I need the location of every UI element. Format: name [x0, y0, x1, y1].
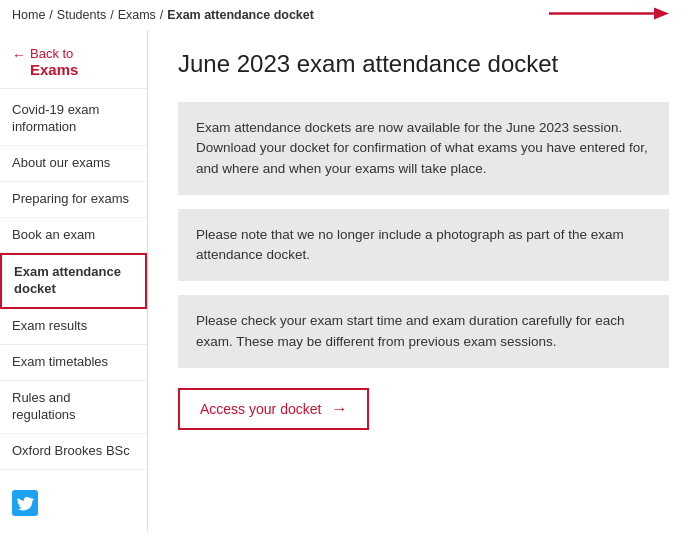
back-arrow-icon: ← [12, 46, 26, 64]
back-exams-label: Exams [30, 61, 78, 78]
breadcrumb: Home / Students / Exams / Exam attendanc… [0, 0, 699, 30]
sidebar-item-brookes[interactable]: Oxford Brookes BSc [0, 434, 147, 470]
access-docket-button[interactable]: Access your docket → [178, 388, 369, 430]
access-button-label: Access your docket [200, 401, 321, 417]
sidebar: ← Back to Exams Covid-19 exam informatio… [0, 30, 148, 531]
breadcrumb-current: Exam attendance docket [167, 8, 314, 22]
sidebar-item-book[interactable]: Book an exam [0, 218, 147, 254]
breadcrumb-sep1: / [49, 8, 52, 22]
breadcrumb-exams[interactable]: Exams [118, 8, 156, 22]
breadcrumb-sep3: / [160, 8, 163, 22]
back-text: Back to Exams [30, 46, 78, 78]
breadcrumb-arrow [549, 5, 669, 26]
sidebar-item-docket[interactable]: Exam attendance docket [0, 253, 147, 309]
breadcrumb-home[interactable]: Home [12, 8, 45, 22]
back-to-exams-link[interactable]: ← Back to Exams [0, 34, 147, 89]
back-to-label: Back to [30, 46, 78, 61]
breadcrumb-students[interactable]: Students [57, 8, 106, 22]
sidebar-item-preparing[interactable]: Preparing for exams [0, 182, 147, 218]
twitter-icon[interactable] [0, 478, 147, 531]
sidebar-item-results[interactable]: Exam results [0, 309, 147, 345]
sidebar-item-covid[interactable]: Covid-19 exam information [0, 93, 147, 146]
info-box-3: Please check your exam start time and ex… [178, 295, 669, 368]
svg-marker-1 [654, 8, 669, 20]
sidebar-item-timetables[interactable]: Exam timetables [0, 345, 147, 381]
main-content: June 2023 exam attendance docket Exam at… [148, 30, 699, 531]
breadcrumb-sep2: / [110, 8, 113, 22]
page-layout: ← Back to Exams Covid-19 exam informatio… [0, 30, 699, 531]
info-box-2: Please note that we no longer include a … [178, 209, 669, 282]
info-box-1: Exam attendance dockets are now availabl… [178, 102, 669, 195]
access-button-arrow-icon: → [331, 400, 347, 418]
sidebar-item-rules[interactable]: Rules and regulations [0, 381, 147, 434]
page-title: June 2023 exam attendance docket [178, 50, 669, 78]
sidebar-item-about[interactable]: About our exams [0, 146, 147, 182]
